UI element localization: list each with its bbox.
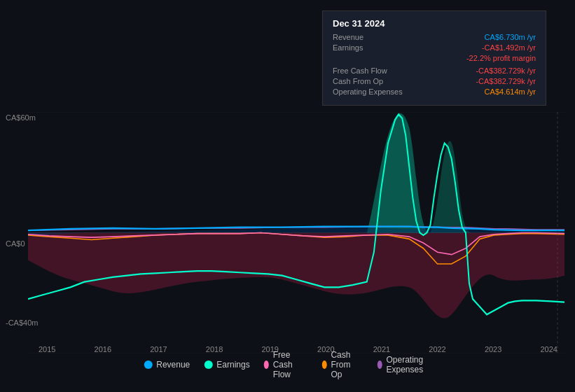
tooltip-fcf-label: Free Cash Flow bbox=[333, 66, 410, 75]
legend-earnings-label: Earnings bbox=[216, 360, 249, 370]
chart-area bbox=[28, 112, 564, 354]
tooltip-fcf-row: Free Cash Flow -CA$382.729k /yr bbox=[333, 66, 536, 75]
legend-fcf-label: Free Cash Flow bbox=[273, 350, 308, 379]
x-label-2023: 2023 bbox=[485, 345, 501, 354]
tooltip-earnings-value: -CA$1.492m /yr bbox=[482, 43, 536, 52]
x-label-2022: 2022 bbox=[429, 345, 445, 354]
chart-legend: Revenue Earnings Free Cash Flow Cash Fro… bbox=[144, 350, 431, 379]
x-label-2024: 2024 bbox=[540, 345, 557, 354]
legend-earnings[interactable]: Earnings bbox=[204, 360, 249, 370]
tooltip-cashop-value: -CA$382.729k /yr bbox=[476, 77, 536, 85]
tooltip-profit-margin: -22.2% profit margin bbox=[466, 54, 536, 62]
tooltip-revenue-row: Revenue CA$6.730m /yr bbox=[333, 33, 536, 41]
legend-revenue-dot bbox=[144, 360, 152, 369]
legend-earnings-dot bbox=[204, 360, 212, 369]
legend-cashop[interactable]: Cash From Op bbox=[321, 350, 363, 379]
x-label-2016: 2016 bbox=[95, 345, 111, 354]
x-label-2015: 2015 bbox=[39, 345, 55, 354]
legend-opex-label: Operating Expenses bbox=[386, 355, 431, 374]
y-label-zero: CA$0 bbox=[6, 239, 25, 248]
legend-fcf[interactable]: Free Cash Flow bbox=[264, 350, 308, 379]
legend-fcf-dot bbox=[264, 360, 269, 369]
tooltip-cashop-row: Cash From Op -CA$382.729k /yr bbox=[333, 77, 536, 85]
tooltip-earnings-label: Earnings bbox=[333, 43, 410, 52]
tooltip-cashop-label: Cash From Op bbox=[333, 77, 410, 85]
legend-opex[interactable]: Operating Expenses bbox=[377, 355, 431, 374]
tooltip-profit-margin-row: -22.2% profit margin bbox=[333, 54, 536, 64]
tooltip-revenue-value: CA$6.730m /yr bbox=[485, 33, 536, 41]
legend-cashop-label: Cash From Op bbox=[331, 350, 363, 379]
tooltip-revenue-label: Revenue bbox=[333, 33, 410, 41]
tooltip-opex-label: Operating Expenses bbox=[333, 88, 410, 96]
tooltip-opex-row: Operating Expenses CA$4.614m /yr bbox=[333, 88, 536, 96]
tooltip-earnings-row: Earnings -CA$1.492m /yr bbox=[333, 43, 536, 52]
legend-revenue-label: Revenue bbox=[156, 360, 190, 370]
tooltip-opex-value: CA$4.614m /yr bbox=[485, 88, 536, 96]
chart-container: Dec 31 2024 Revenue CA$6.730m /yr Earnin… bbox=[0, 0, 575, 392]
tooltip-box: Dec 31 2024 Revenue CA$6.730m /yr Earnin… bbox=[322, 10, 546, 106]
tooltip-fcf-value: -CA$382.729k /yr bbox=[476, 66, 536, 75]
legend-cashop-dot bbox=[321, 360, 326, 369]
legend-opex-dot bbox=[377, 360, 382, 369]
legend-revenue[interactable]: Revenue bbox=[144, 360, 190, 370]
tooltip-date: Dec 31 2024 bbox=[333, 18, 536, 29]
